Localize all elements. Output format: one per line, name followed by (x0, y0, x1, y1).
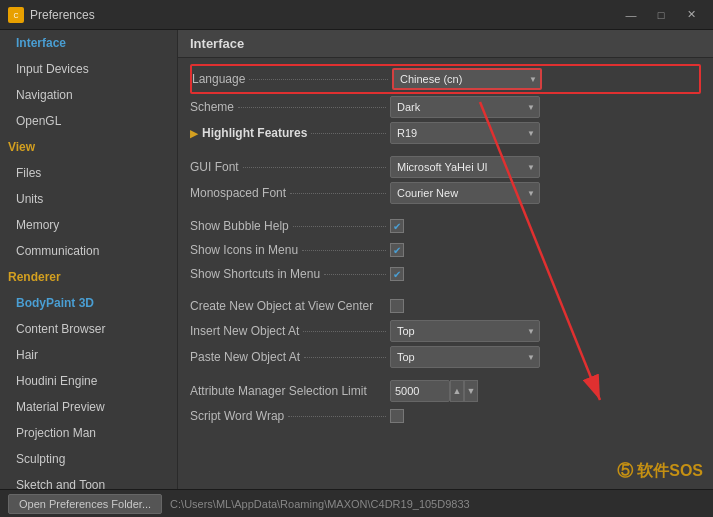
setting-row-paste-new-object: Paste New Object AtTopBottomAfter Select… (190, 344, 701, 370)
setting-control-insert-new-object: TopBottomAfter SelectionBefore Selection (390, 320, 550, 342)
setting-row-highlight-features: ▶Highlight FeaturesR19R20R21 (190, 120, 701, 146)
sidebar-item-files[interactable]: Files (0, 160, 177, 186)
dropdown-insert-new-object[interactable]: TopBottomAfter SelectionBefore Selection (390, 320, 540, 342)
setting-label-icons-menu: Show Icons in Menu (190, 243, 390, 257)
dropdown-gui-font[interactable]: Microsoft YaHei UIArialSegoe UI (390, 156, 540, 178)
dropdown-wrapper-language: Chinese (cn)EnglishGermanFrenchJapaneseK… (392, 68, 542, 90)
setting-row-script-word-wrap: Script Word Wrap (190, 404, 701, 428)
setting-row-attr-selection-limit: Attribute Manager Selection Limit▲▼ (190, 378, 701, 404)
sidebar-item-navigation[interactable]: Navigation (0, 82, 177, 108)
setting-label-insert-new-object: Insert New Object At (190, 324, 390, 338)
setting-label-scheme: Scheme (190, 100, 390, 114)
dots-shortcuts-menu (324, 274, 386, 275)
spinner-up-attr-selection-limit[interactable]: ▲ (450, 380, 464, 402)
settings-divider-divider3 (190, 286, 701, 294)
setting-label-shortcuts-menu: Show Shortcuts in Menu (190, 267, 390, 281)
app-icon: C (8, 7, 24, 23)
setting-row-language: LanguageChinese (cn)EnglishGermanFrenchJ… (190, 64, 701, 94)
setting-label-script-word-wrap: Script Word Wrap (190, 409, 390, 423)
dots-bubble-help (293, 226, 386, 227)
setting-control-bubble-help (390, 219, 550, 233)
setting-control-shortcuts-menu (390, 267, 550, 281)
setting-control-script-word-wrap (390, 409, 550, 423)
spinner-down-attr-selection-limit[interactable]: ▼ (464, 380, 478, 402)
setting-control-language: Chinese (cn)EnglishGermanFrenchJapaneseK… (392, 68, 552, 90)
setting-control-attr-selection-limit: ▲▼ (390, 380, 550, 402)
svg-text:C: C (13, 12, 18, 19)
sidebar-item-projection-man[interactable]: Projection Man (0, 420, 177, 446)
dropdown-wrapper-scheme: DarkLightClassic (390, 96, 540, 118)
number-input-attr-selection-limit[interactable] (390, 380, 450, 402)
setting-label-bubble-help: Show Bubble Help (190, 219, 390, 233)
dots-insert-new-object (303, 331, 386, 332)
sidebar-item-sculpting[interactable]: Sculpting (0, 446, 177, 472)
checkbox-bubble-help[interactable] (390, 219, 404, 233)
setting-label-new-object-center: Create New Object at View Center (190, 299, 390, 313)
dots-paste-new-object (304, 357, 386, 358)
setting-control-scheme: DarkLightClassic (390, 96, 550, 118)
checkbox-script-word-wrap[interactable] (390, 409, 404, 423)
sidebar-item-hair[interactable]: Hair (0, 342, 177, 368)
setting-control-gui-font: Microsoft YaHei UIArialSegoe UI (390, 156, 550, 178)
setting-row-new-object-center: Create New Object at View Center (190, 294, 701, 318)
setting-label-language: Language (192, 72, 392, 86)
window-title: Preferences (30, 8, 617, 22)
dropdown-monospaced-font[interactable]: Courier NewConsolasLucida Console (390, 182, 540, 204)
sidebar-item-sketch-toon[interactable]: Sketch and Toon (0, 472, 177, 489)
open-preferences-button[interactable]: Open Preferences Folder... (8, 494, 162, 514)
sidebar-item-houdini-engine[interactable]: Houdini Engine (0, 368, 177, 394)
dots-highlight-features (311, 133, 386, 134)
sidebar-item-material-preview[interactable]: Material Preview (0, 394, 177, 420)
dropdown-wrapper-insert-new-object: TopBottomAfter SelectionBefore Selection (390, 320, 540, 342)
dropdown-language[interactable]: Chinese (cn)EnglishGermanFrenchJapaneseK… (392, 68, 542, 90)
setting-row-scheme: SchemeDarkLightClassic (190, 94, 701, 120)
setting-control-highlight-features: R19R20R21 (390, 122, 550, 144)
dropdown-scheme[interactable]: DarkLightClassic (390, 96, 540, 118)
bottom-bar: Open Preferences Folder... C:\Users\ML\A… (0, 489, 713, 517)
close-button[interactable]: ✕ (677, 5, 705, 25)
content-area: Interface LanguageChinese (cn)EnglishGer… (178, 30, 713, 489)
dropdown-paste-new-object[interactable]: TopBottomAfter SelectionBefore Selection (390, 346, 540, 368)
dropdown-wrapper-highlight-features: R19R20R21 (390, 122, 540, 144)
dots-gui-font (243, 167, 386, 168)
preferences-path: C:\Users\ML\AppData\Roaming\MAXON\C4DR19… (170, 498, 470, 510)
sidebar-item-view[interactable]: View (0, 134, 177, 160)
setting-row-bubble-help: Show Bubble Help (190, 214, 701, 238)
dots-scheme (238, 107, 386, 108)
sidebar-item-memory[interactable]: Memory (0, 212, 177, 238)
sidebar-item-bodypaint[interactable]: BodyPaint 3D (0, 290, 177, 316)
expand-arrow-icon: ▶ (190, 128, 198, 139)
setting-control-monospaced-font: Courier NewConsolasLucida Console (390, 182, 550, 204)
checkbox-shortcuts-menu[interactable] (390, 267, 404, 281)
dropdown-highlight-features[interactable]: R19R20R21 (390, 122, 540, 144)
dropdown-wrapper-paste-new-object: TopBottomAfter SelectionBefore Selection (390, 346, 540, 368)
setting-row-monospaced-font: Monospaced FontCourier NewConsolasLucida… (190, 180, 701, 206)
setting-label-highlight-features: ▶Highlight Features (190, 126, 390, 140)
sidebar-item-interface[interactable]: Interface (0, 30, 177, 56)
dots-monospaced-font (290, 193, 386, 194)
setting-label-gui-font: GUI Font (190, 160, 390, 174)
setting-label-paste-new-object: Paste New Object At (190, 350, 390, 364)
sidebar-item-renderer[interactable]: Renderer (0, 264, 177, 290)
sidebar-item-units[interactable]: Units (0, 186, 177, 212)
settings-divider-divider2 (190, 206, 701, 214)
setting-row-icons-menu: Show Icons in Menu (190, 238, 701, 262)
main-container: InterfaceInput DevicesNavigationOpenGLVi… (0, 30, 713, 489)
settings-table: LanguageChinese (cn)EnglishGermanFrenchJ… (178, 58, 713, 434)
content-header: Interface (178, 30, 713, 58)
sidebar-item-communication[interactable]: Communication (0, 238, 177, 264)
checkbox-icons-menu[interactable] (390, 243, 404, 257)
sidebar-item-opengl[interactable]: OpenGL (0, 108, 177, 134)
maximize-button[interactable]: □ (647, 5, 675, 25)
setting-label-monospaced-font: Monospaced Font (190, 186, 390, 200)
minimize-button[interactable]: — (617, 5, 645, 25)
sidebar-items-list: InterfaceInput DevicesNavigationOpenGLVi… (0, 30, 177, 489)
sidebar-item-content-browser[interactable]: Content Browser (0, 316, 177, 342)
sidebar-item-input-devices[interactable]: Input Devices (0, 56, 177, 82)
dropdown-wrapper-gui-font: Microsoft YaHei UIArialSegoe UI (390, 156, 540, 178)
checkbox-new-object-center[interactable] (390, 299, 404, 313)
setting-row-insert-new-object: Insert New Object AtTopBottomAfter Selec… (190, 318, 701, 344)
settings-divider-divider1 (190, 146, 701, 154)
settings-divider-divider4 (190, 370, 701, 378)
sidebar: InterfaceInput DevicesNavigationOpenGLVi… (0, 30, 178, 489)
